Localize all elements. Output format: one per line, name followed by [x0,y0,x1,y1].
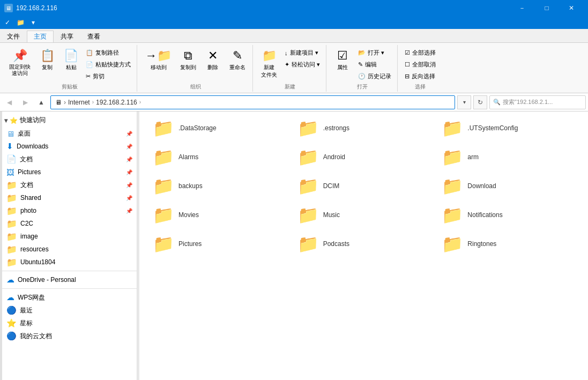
edit-button[interactable]: ✎ 编辑 [355,59,394,70]
tab-file[interactable]: 文件 [0,31,27,42]
pin-icon: 📌 [13,49,27,63]
copy-path-button[interactable]: 📋 复制路径 [83,47,133,58]
folder-icon: 📁 [153,177,174,195]
qa-dropdown[interactable]: ▾ [28,17,39,28]
file-item[interactable]: 📁 .estrongs [293,116,435,140]
copy-to-button[interactable]: ⧉ 复制到 [176,46,200,74]
move-to-button[interactable]: →📁 移动到 [142,46,175,74]
delete-button[interactable]: ✕ 删除 [201,46,225,74]
window-title: 192.168.2.116 [16,4,57,12]
copy-button[interactable]: 📋 复制 [35,46,59,74]
sidebar-item-downloads[interactable]: ⬇ Downloads 📌 [0,140,137,153]
ribbon-tabs: 文件 主页 共享 查看 [0,29,588,43]
file-item[interactable]: 📁 DCIM [293,174,435,198]
file-item[interactable]: 📁 Download [437,174,579,198]
sidebar-item-pictures[interactable]: 🖼 Pictures 📌 [0,166,137,178]
refresh-button[interactable]: ↻ [473,95,487,109]
file-name: Music [323,211,340,219]
rename-button[interactable]: ✎ 重命名 [226,46,249,74]
file-item[interactable]: 📁 Android [293,145,435,169]
organize-label: 组织 [190,82,201,91]
rename-icon: ✎ [233,49,242,63]
sidebar-item-image[interactable]: 📁 image [0,230,137,243]
sidebar-item-shared[interactable]: 📁 Shared 📌 [0,191,137,204]
select-all-button[interactable]: ☑ 全部选择 [402,47,438,58]
file-item[interactable]: 📁 Podcasts [293,232,435,256]
maximize-button[interactable]: □ [534,0,559,16]
address-dropdown[interactable]: ▾ [457,95,471,109]
folder-icon: 📁 [442,120,463,137]
path-part-internet[interactable]: Internet [68,99,90,106]
file-name: .estrongs [323,124,349,132]
file-name: Download [467,182,496,190]
qa-checkmark[interactable]: ✓ [2,17,13,28]
minimize-button[interactable]: － [510,0,534,16]
cut-button[interactable]: ✂ 剪切 [83,71,133,82]
file-item[interactable]: 📁 .DataStorage [148,116,291,140]
tab-home[interactable]: 主页 [27,31,54,42]
sidebar-label-ubuntu: Ubuntu1804 [20,258,55,266]
invert-selection-button[interactable]: ⊟ 反向选择 [402,71,438,82]
sidebar-item-onedrive[interactable]: ☁ OneDrive - Personal [0,273,137,286]
file-name: DCIM [323,182,340,190]
address-path[interactable]: 🖥 › Internet › 192.168.2.116 › [50,95,455,109]
properties-button[interactable]: ☑ 属性 [331,46,354,74]
quick-access-expand-icon[interactable]: ▾ [4,117,8,124]
sidebar-item-c2c[interactable]: 📁 C2C [0,217,137,230]
paste-shortcut-button[interactable]: 📄 粘贴快捷方式 [83,59,133,70]
search-icon: 🔍 [493,99,501,106]
path-part-ip[interactable]: 192.168.2.116 [96,99,137,106]
delete-icon: ✕ [208,49,218,63]
folder-icon: 📁 [297,206,319,223]
edit-icon: ✎ [358,61,363,68]
sidebar-label-starred: 星标 [20,319,33,328]
sidebar-item-resources[interactable]: 📁 resources [0,243,137,256]
file-item[interactable]: 📁 Music [293,203,435,227]
tab-share[interactable]: 共享 [54,31,80,42]
cut-icon: ✂ [86,73,91,80]
up-button[interactable]: ▲ [34,95,48,109]
back-button[interactable]: ◀ [2,95,16,109]
folder-icon: 📁 [297,235,319,252]
file-item[interactable]: 📁 Alarms [148,145,291,169]
select-none-button[interactable]: ☐ 全部取消 [402,59,438,70]
sidebar-item-cloud-docs[interactable]: 🔵 我的云文档 [0,330,137,342]
sidebar-item-desktop[interactable]: 🖥 桌面 📌 [0,127,137,140]
history-button[interactable]: 🕐 历史记录 [355,71,394,82]
sidebar-item-recent[interactable]: 🔵 最近 [0,304,137,317]
file-name: Movies [178,211,199,219]
paste-button[interactable]: 📄 粘贴 [60,46,82,74]
sidebar-item-wps[interactable]: ☁ WPS网盘 [0,291,137,304]
file-item[interactable]: 📁 backups [148,174,291,198]
file-name: .DataStorage [178,124,217,132]
file-name: Notifications [467,211,502,219]
new-folder-button[interactable]: 📁 新建文件夹 [257,46,281,81]
pin-indicator-photo: 📌 [126,208,132,214]
sidebar-label-cloud-docs: 我的云文档 [20,332,52,341]
new-item-button[interactable]: ↓ 新建项目 ▾ [282,47,323,58]
open-button[interactable]: 📂 打开 ▾ [355,47,394,58]
search-box[interactable]: 🔍 搜索"192.168.2.1... [489,95,586,109]
file-item[interactable]: 📁 Notifications [437,203,579,227]
tab-view[interactable]: 查看 [80,31,107,42]
pin-to-quickaccess-button[interactable]: 📌 固定到快速访问 [5,46,34,79]
file-item[interactable]: 📁 Movies [148,203,291,227]
pin-indicator-pictures: 📌 [126,169,132,175]
sidebar-item-ubuntu[interactable]: 📁 Ubuntu1804 [0,256,137,269]
close-button[interactable]: ✕ [559,0,584,16]
file-item[interactable]: 📁 arm [437,145,579,169]
forward-button[interactable]: ▶ [18,95,32,109]
sidebar-item-photo[interactable]: 📁 photo 📌 [0,204,137,217]
sidebar-item-starred[interactable]: ⭐ 星标 [0,317,137,330]
easy-access-button[interactable]: ✦ 轻松访问 ▾ [282,59,323,70]
file-item[interactable]: 📁 Ringtones [437,232,579,256]
file-item[interactable]: 📁 .UTSystemConfig [437,116,579,140]
sidebar-item-documents[interactable]: 📄 文档 📌 [0,153,137,166]
folder-icon: 📁 [297,177,319,195]
sidebar-item-folder-documents[interactable]: 📁 文档 📌 [0,178,137,191]
file-item[interactable]: 📁 Pictures [148,232,291,256]
image-icon: 📁 [6,232,17,242]
recent-icon: 🔵 [6,306,17,315]
new-label: 新建 [285,82,295,91]
qa-folder[interactable]: 📁 [15,17,26,28]
